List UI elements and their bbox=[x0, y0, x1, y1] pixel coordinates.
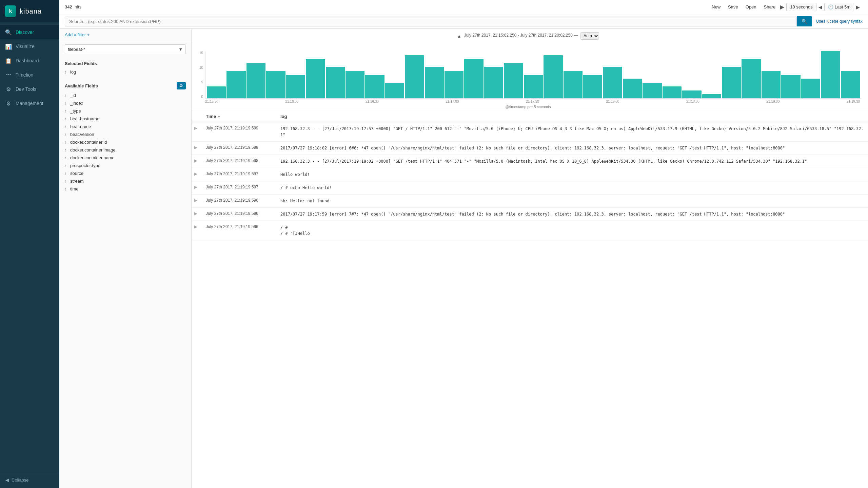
row-log: 192.168.32.3 - - [27/Jul/2017:19:17:57 +… bbox=[276, 122, 868, 142]
management-icon: ⚙ bbox=[5, 100, 12, 106]
sidebar-item-management[interactable]: ⚙Management bbox=[0, 96, 59, 110]
sidebar-item-dashboard[interactable]: 📋Dashboard bbox=[0, 54, 59, 68]
row-log: 192.168.32.3 - - [27/Jul/2017:19:18:02 +… bbox=[276, 155, 868, 168]
lucene-link[interactable]: Uses lucene query syntax bbox=[816, 19, 863, 24]
row-expand-button[interactable]: ▶ bbox=[192, 168, 202, 181]
search-bar-row: 🔍 Uses lucene query syntax bbox=[59, 14, 868, 29]
list-item[interactable]: t_index bbox=[59, 99, 191, 107]
field-type: t bbox=[65, 117, 68, 121]
table-row: ▶ July 27th 2017, 21:19:19.596 / #/ # ▯[… bbox=[192, 221, 868, 240]
chart-bar bbox=[682, 90, 701, 98]
chart-bar bbox=[524, 75, 543, 99]
fields-panel: Selected Fields tlog Available Fields ⚙ … bbox=[59, 58, 191, 488]
list-item[interactable]: tbeat.hostname bbox=[59, 115, 191, 123]
time-col-header[interactable]: Time ▼ bbox=[202, 111, 276, 122]
chart-bar bbox=[663, 86, 682, 98]
chart-bar bbox=[385, 83, 404, 98]
table-row: ▶ July 27th 2017, 21:19:19.597 Hello wor… bbox=[192, 168, 868, 181]
row-expand-button[interactable]: ▶ bbox=[192, 181, 202, 195]
field-type: t bbox=[65, 148, 68, 152]
interval-display[interactable]: 10 seconds bbox=[786, 3, 816, 11]
fields-settings-button[interactable]: ⚙ bbox=[177, 82, 186, 89]
available-fields-header: Available Fields ⚙ bbox=[59, 79, 191, 92]
field-name: _id bbox=[70, 93, 186, 98]
row-log: 2017/07/27 19:17:59 [error] 7#7: *47 ope… bbox=[276, 208, 868, 221]
chart-bar bbox=[603, 67, 622, 98]
list-item[interactable]: tdocker.container.name bbox=[59, 154, 191, 162]
list-item[interactable]: tlog bbox=[59, 68, 191, 76]
hits-count: 342 bbox=[65, 4, 72, 9]
collapse-label: Collapse bbox=[12, 477, 29, 483]
list-item[interactable]: tbeat.version bbox=[59, 130, 191, 138]
collapse-button[interactable]: ◀ Collapse bbox=[5, 477, 54, 483]
table-row: ▶ July 27th 2017, 21:19:19.597 / # echo … bbox=[192, 181, 868, 195]
list-item[interactable]: tsource bbox=[59, 169, 191, 177]
list-item[interactable]: tstream bbox=[59, 177, 191, 185]
y-axis: 15 10 5 0 bbox=[195, 51, 205, 99]
sidebar-item-visualize[interactable]: 📊Visualize bbox=[0, 39, 59, 54]
row-log: sh: Hello: not found bbox=[276, 195, 868, 208]
index-pattern-dropdown[interactable]: filebeat-* bbox=[65, 45, 176, 54]
row-time: July 27th 2017, 21:19:19.599 bbox=[202, 122, 276, 142]
save-button[interactable]: Save bbox=[725, 3, 741, 11]
sidebar-item-label: Dev Tools bbox=[16, 86, 36, 92]
clock-icon: 🕐 bbox=[828, 4, 833, 9]
log-col-header: log bbox=[276, 111, 868, 122]
field-name: _index bbox=[70, 101, 186, 106]
open-button[interactable]: Open bbox=[743, 3, 759, 11]
list-item[interactable]: t_id bbox=[59, 92, 191, 99]
sidebar-item-discover[interactable]: 🔍Discover bbox=[0, 25, 59, 39]
top-actions: New Save Open Share ▶ 10 seconds ◀ 🕐 Las… bbox=[709, 3, 860, 11]
row-expand-button[interactable]: ▶ bbox=[192, 155, 202, 168]
field-type: t bbox=[65, 94, 68, 98]
field-name: source bbox=[70, 171, 186, 176]
sidebar-item-timelion[interactable]: 〜Timelion bbox=[0, 68, 59, 82]
chart-bar bbox=[801, 79, 820, 98]
field-name: prospector.type bbox=[70, 163, 186, 168]
chart-bar bbox=[841, 71, 860, 98]
row-expand-button[interactable]: ▶ bbox=[192, 142, 202, 155]
next-button[interactable]: ▶ bbox=[856, 4, 860, 10]
sidebar-item-label: Dashboard bbox=[16, 58, 39, 63]
field-type: t bbox=[65, 171, 68, 176]
field-name: stream bbox=[70, 179, 186, 184]
row-expand-button[interactable]: ▶ bbox=[192, 221, 202, 240]
search-input[interactable] bbox=[65, 17, 797, 26]
chart-interval-select[interactable]: Auto bbox=[580, 32, 599, 40]
list-item[interactable]: tprospector.type bbox=[59, 162, 191, 169]
list-item[interactable]: ttime bbox=[59, 185, 191, 193]
chart-bar bbox=[722, 67, 741, 98]
list-item[interactable]: t_type bbox=[59, 107, 191, 115]
sidebar-item-dev-tools[interactable]: ⚙Dev Tools bbox=[0, 82, 59, 96]
list-item[interactable]: tdocker.container.id bbox=[59, 138, 191, 146]
search-button[interactable]: 🔍 bbox=[797, 16, 812, 26]
row-expand-button[interactable]: ▶ bbox=[192, 195, 202, 208]
row-log: / #/ # ▯[JHello bbox=[276, 221, 868, 240]
index-pattern-select[interactable]: filebeat-* ▼ bbox=[65, 44, 186, 54]
chart-bar bbox=[623, 79, 642, 98]
field-name: log bbox=[70, 69, 186, 75]
time-range-display[interactable]: 🕐 Last 5m bbox=[824, 3, 854, 11]
logo-text: kibana bbox=[20, 7, 42, 15]
chart-bar bbox=[207, 86, 226, 98]
chart-header-row: ▲ July 27th 2017, 21:15:02.250 - July 27… bbox=[195, 32, 861, 40]
list-item[interactable]: tdocker.container.image bbox=[59, 146, 191, 154]
chart-bar bbox=[306, 59, 325, 98]
chart-bar bbox=[781, 75, 800, 99]
sidebar-item-label: Timelion bbox=[16, 72, 33, 78]
prev-button[interactable]: ◀ bbox=[818, 4, 822, 10]
list-item[interactable]: tbeat.name bbox=[59, 123, 191, 130]
share-button[interactable]: Share bbox=[761, 3, 778, 11]
row-expand-button[interactable]: ▶ bbox=[192, 122, 202, 142]
field-type: t bbox=[65, 140, 68, 144]
row-expand-button[interactable]: ▶ bbox=[192, 208, 202, 221]
table-row: ▶ July 27th 2017, 21:19:19.596 sh: Hello… bbox=[192, 195, 868, 208]
table-row: ▶ July 27th 2017, 21:19:19.599 192.168.3… bbox=[192, 122, 868, 142]
add-filter-button[interactable]: Add a filter + bbox=[59, 29, 191, 41]
chart-collapse-button[interactable]: ▲ bbox=[457, 34, 461, 39]
field-name: docker.container.image bbox=[70, 147, 186, 152]
field-name: docker.container.id bbox=[70, 140, 186, 145]
field-type: t bbox=[65, 179, 68, 183]
new-button[interactable]: New bbox=[709, 3, 723, 11]
play-button[interactable]: ▶ bbox=[780, 4, 784, 10]
